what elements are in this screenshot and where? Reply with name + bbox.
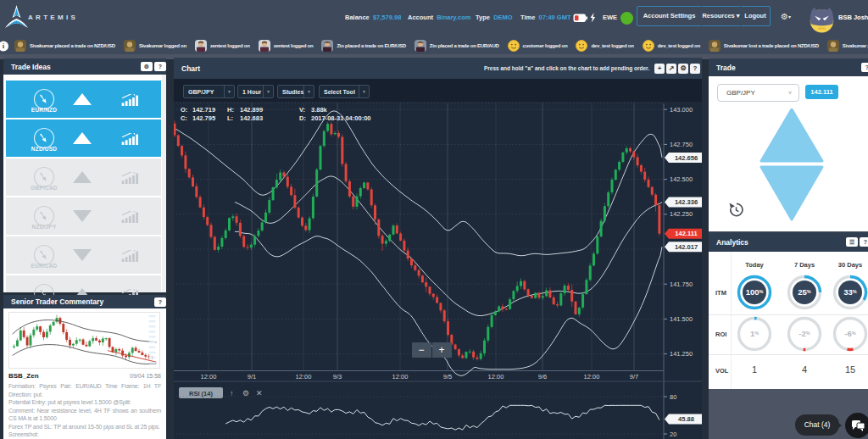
svg-text:⚙: ⚙ [242, 389, 249, 397]
svg-text:142.111: 142.111 [675, 230, 697, 237]
svg-text:C:: C: [181, 114, 187, 122]
svg-text:-6%: -6% [844, 329, 855, 338]
svg-text:9/5: 9/5 [443, 373, 452, 381]
svg-text:142.719: 142.719 [192, 106, 215, 114]
svg-text:20: 20 [670, 431, 676, 438]
svg-text:2017-08-31 04:00:00: 2017-08-31 04:00:00 [311, 114, 370, 122]
svg-text:45.88: 45.88 [678, 415, 694, 423]
svg-text:9/6: 9/6 [538, 373, 547, 381]
svg-text:V:: V: [299, 106, 305, 114]
svg-text:✕: ✕ [256, 389, 263, 397]
svg-text:9/7: 9/7 [630, 373, 638, 381]
svg-text:3.88k: 3.88k [311, 106, 328, 114]
svg-text:1%: 1% [750, 329, 759, 338]
svg-text:12:00: 12:00 [296, 373, 312, 381]
svg-text:-2%: -2% [798, 329, 810, 338]
svg-text:H:: H: [227, 106, 234, 114]
svg-text:142.683: 142.683 [240, 114, 263, 122]
svg-text:142.899: 142.899 [240, 106, 263, 114]
svg-text:142.795: 142.795 [192, 114, 215, 122]
svg-text:142.250: 142.250 [670, 210, 693, 218]
svg-text:141.250: 141.250 [670, 350, 693, 358]
svg-text:RSI (14): RSI (14) [189, 390, 213, 397]
svg-text:142.656: 142.656 [675, 154, 698, 162]
svg-text:−: − [418, 344, 424, 356]
svg-text:142.017: 142.017 [675, 243, 698, 251]
svg-text:9/3: 9/3 [333, 373, 342, 381]
svg-text:80: 80 [670, 393, 676, 401]
svg-text:143.000: 143.000 [670, 106, 693, 114]
svg-text:141.500: 141.500 [670, 315, 693, 323]
svg-text:12:00: 12:00 [201, 373, 217, 381]
svg-text:141.750: 141.750 [670, 281, 693, 288]
svg-text:9/1: 9/1 [248, 373, 256, 381]
svg-text:12:00: 12:00 [584, 373, 600, 381]
svg-text:D:: D: [299, 114, 306, 122]
svg-text:O:: O: [181, 106, 187, 114]
svg-text:142.336: 142.336 [675, 198, 698, 206]
svg-text:12:00: 12:00 [488, 373, 504, 381]
svg-text:142.500: 142.500 [670, 175, 693, 183]
svg-text:+: + [438, 344, 444, 356]
svg-text:↑: ↑ [230, 389, 234, 397]
svg-text:12:00: 12:00 [392, 373, 409, 381]
svg-text:L:: L: [227, 114, 233, 122]
svg-text:142.750: 142.750 [670, 141, 693, 148]
